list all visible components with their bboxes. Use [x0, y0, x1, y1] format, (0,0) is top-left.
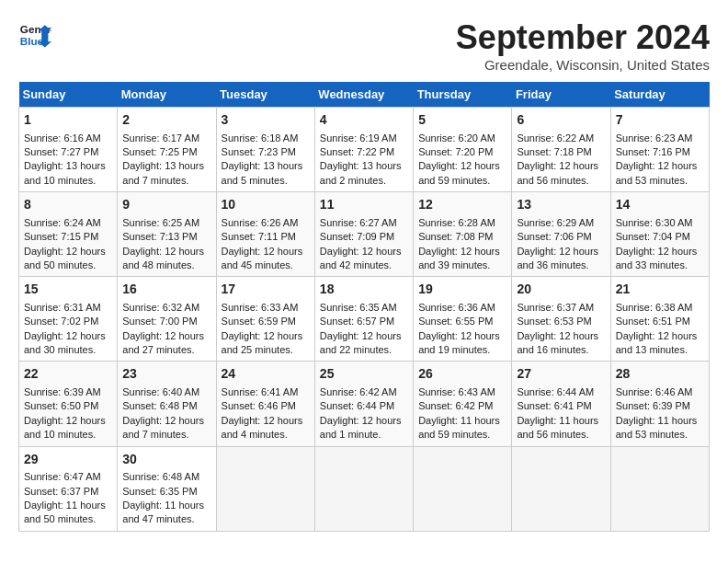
calendar-day-cell: 16Sunrise: 6:32 AMSunset: 7:00 PMDayligh…: [118, 277, 216, 362]
calendar-day-cell: 23Sunrise: 6:40 AMSunset: 6:48 PMDayligh…: [118, 362, 216, 446]
weekday-header-row: SundayMondayTuesdayWednesdayThursdayFrid…: [19, 82, 710, 108]
day-number: 17: [222, 281, 310, 299]
calendar-day-cell: 12Sunrise: 6:28 AMSunset: 7:08 PMDayligh…: [414, 192, 512, 277]
day-number: 7: [616, 111, 704, 130]
day-number: 30: [122, 451, 210, 469]
day-number: 9: [122, 196, 210, 214]
calendar-day-cell: [314, 446, 413, 531]
title-block: September 2024 Greendale, Wisconsin, Uni…: [456, 18, 710, 73]
day-number: 8: [24, 196, 112, 214]
calendar-day-cell: [512, 446, 610, 531]
calendar-day-cell: 24Sunrise: 6:41 AMSunset: 6:46 PMDayligh…: [216, 362, 314, 446]
calendar-day-cell: [216, 446, 314, 531]
calendar-week-row: 22Sunrise: 6:39 AMSunset: 6:50 PMDayligh…: [19, 362, 710, 446]
calendar-day-cell: 30Sunrise: 6:48 AMSunset: 6:35 PMDayligh…: [118, 446, 216, 531]
month-title: September 2024: [456, 18, 710, 57]
calendar-day-cell: 20Sunrise: 6:37 AMSunset: 6:53 PMDayligh…: [512, 277, 610, 362]
day-number: 16: [122, 281, 210, 299]
calendar-day-cell: 28Sunrise: 6:46 AMSunset: 6:39 PMDayligh…: [610, 362, 709, 446]
day-number: 26: [418, 365, 506, 384]
day-number: 12: [418, 196, 506, 214]
day-number: 21: [616, 281, 704, 299]
calendar-day-cell: 3Sunrise: 6:18 AMSunset: 7:23 PMDaylight…: [216, 108, 314, 192]
calendar-day-cell: 22Sunrise: 6:39 AMSunset: 6:50 PMDayligh…: [19, 362, 118, 446]
weekday-header: Friday: [512, 82, 610, 108]
calendar-week-row: 29Sunrise: 6:47 AMSunset: 6:37 PMDayligh…: [19, 446, 710, 531]
calendar-day-cell: [414, 446, 512, 531]
calendar-day-cell: 17Sunrise: 6:33 AMSunset: 6:59 PMDayligh…: [216, 277, 314, 362]
calendar-day-cell: 15Sunrise: 6:31 AMSunset: 7:02 PMDayligh…: [19, 277, 118, 362]
day-number: 2: [122, 111, 210, 130]
day-number: 29: [24, 451, 112, 469]
page-header: General Blue September 2024 Greendale, W…: [18, 18, 710, 73]
weekday-header: Saturday: [610, 82, 709, 108]
logo: General Blue: [18, 18, 51, 52]
calendar-day-cell: 2Sunrise: 6:17 AMSunset: 7:25 PMDaylight…: [118, 108, 216, 192]
calendar-day-cell: 26Sunrise: 6:43 AMSunset: 6:42 PMDayligh…: [414, 362, 512, 446]
calendar-day-cell: 9Sunrise: 6:25 AMSunset: 7:13 PMDaylight…: [118, 192, 216, 277]
day-number: 27: [517, 365, 605, 384]
calendar-day-cell: [610, 446, 709, 531]
day-number: 1: [24, 111, 112, 130]
logo-icon: General Blue: [18, 18, 51, 52]
day-number: 20: [517, 281, 605, 299]
day-number: 14: [616, 196, 704, 214]
day-number: 22: [24, 365, 112, 384]
calendar-week-row: 8Sunrise: 6:24 AMSunset: 7:15 PMDaylight…: [19, 192, 710, 277]
weekday-header: Thursday: [414, 82, 512, 108]
weekday-header: Monday: [118, 82, 216, 108]
calendar-day-cell: 29Sunrise: 6:47 AMSunset: 6:37 PMDayligh…: [19, 446, 118, 531]
calendar-day-cell: 11Sunrise: 6:27 AMSunset: 7:09 PMDayligh…: [314, 192, 413, 277]
weekday-header: Wednesday: [314, 82, 413, 108]
day-number: 5: [418, 111, 506, 130]
calendar-day-cell: 1Sunrise: 6:16 AMSunset: 7:27 PMDaylight…: [19, 108, 118, 192]
day-number: 15: [24, 281, 112, 299]
day-number: 11: [320, 196, 408, 214]
calendar-day-cell: 4Sunrise: 6:19 AMSunset: 7:22 PMDaylight…: [314, 108, 413, 192]
weekday-header: Tuesday: [216, 82, 314, 108]
calendar-day-cell: 13Sunrise: 6:29 AMSunset: 7:06 PMDayligh…: [512, 192, 610, 277]
calendar-day-cell: 8Sunrise: 6:24 AMSunset: 7:15 PMDaylight…: [19, 192, 118, 277]
calendar-week-row: 15Sunrise: 6:31 AMSunset: 7:02 PMDayligh…: [19, 277, 710, 362]
calendar-day-cell: 21Sunrise: 6:38 AMSunset: 6:51 PMDayligh…: [610, 277, 709, 362]
day-number: 18: [320, 281, 408, 299]
day-number: 10: [222, 196, 310, 214]
day-number: 25: [320, 365, 408, 384]
day-number: 28: [616, 365, 704, 384]
day-number: 23: [122, 365, 210, 384]
location: Greendale, Wisconsin, United States: [456, 57, 710, 73]
calendar-day-cell: 10Sunrise: 6:26 AMSunset: 7:11 PMDayligh…: [216, 192, 314, 277]
calendar-day-cell: 27Sunrise: 6:44 AMSunset: 6:41 PMDayligh…: [512, 362, 610, 446]
calendar-day-cell: 18Sunrise: 6:35 AMSunset: 6:57 PMDayligh…: [314, 277, 413, 362]
calendar-day-cell: 25Sunrise: 6:42 AMSunset: 6:44 PMDayligh…: [314, 362, 413, 446]
calendar-table: SundayMondayTuesdayWednesdayThursdayFrid…: [18, 82, 710, 532]
calendar-day-cell: 7Sunrise: 6:23 AMSunset: 7:16 PMDaylight…: [610, 108, 709, 192]
day-number: 4: [320, 111, 408, 130]
svg-text:Blue: Blue: [20, 35, 44, 47]
calendar-day-cell: 14Sunrise: 6:30 AMSunset: 7:04 PMDayligh…: [610, 192, 709, 277]
calendar-day-cell: 5Sunrise: 6:20 AMSunset: 7:20 PMDaylight…: [414, 108, 512, 192]
weekday-header: Sunday: [19, 82, 118, 108]
calendar-day-cell: 19Sunrise: 6:36 AMSunset: 6:55 PMDayligh…: [414, 277, 512, 362]
calendar-day-cell: 6Sunrise: 6:22 AMSunset: 7:18 PMDaylight…: [512, 108, 610, 192]
day-number: 19: [418, 281, 506, 299]
day-number: 13: [517, 196, 605, 214]
day-number: 3: [222, 111, 310, 130]
calendar-week-row: 1Sunrise: 6:16 AMSunset: 7:27 PMDaylight…: [19, 108, 710, 192]
day-number: 6: [517, 111, 605, 130]
day-number: 24: [222, 365, 310, 384]
